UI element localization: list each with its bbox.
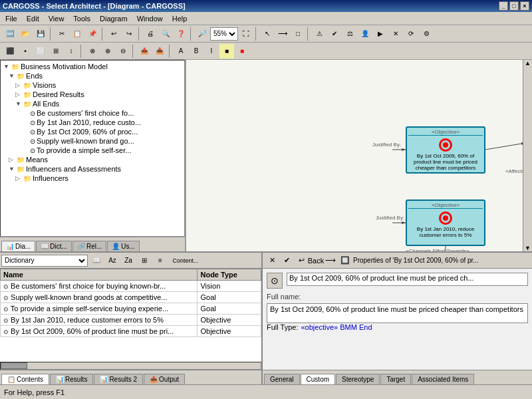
- tab-results2[interactable]: 📊 Results 2: [94, 374, 143, 384]
- menu-diagram[interactable]: Diagram: [96, 13, 132, 24]
- tab-contents[interactable]: 📋 Contents: [1, 374, 49, 384]
- filter-btn[interactable]: ⊞: [137, 253, 152, 268]
- fmt3[interactable]: I: [204, 44, 219, 59]
- close-button[interactable]: ×: [520, 1, 529, 11]
- table-row[interactable]: ⊙ Be customers' first choice for buying …: [1, 281, 261, 292]
- minimize-button[interactable]: _: [499, 1, 508, 11]
- menu-help[interactable]: Help: [168, 13, 192, 24]
- bl-scroll-thumb[interactable]: [1, 362, 27, 369]
- prop-tab-custom[interactable]: Custom: [301, 374, 335, 384]
- color2[interactable]: ■: [235, 44, 249, 59]
- tree-means[interactable]: ▷ 📁 Means: [2, 155, 183, 164]
- tree-ends[interactable]: ▼ 📁 Ends: [2, 71, 183, 80]
- tree-item2[interactable]: ▷ ⊙ By 1st Jan 2010, reduce custo...: [2, 118, 183, 127]
- color1[interactable]: ■: [219, 44, 234, 59]
- new-button[interactable]: 🆕: [3, 27, 17, 41]
- tree-item1[interactable]: ▷ ⊙ Be customers' first choice fo...: [2, 108, 183, 118]
- tab-results[interactable]: 📊 Results: [50, 374, 93, 384]
- paste-button[interactable]: 📌: [85, 27, 100, 41]
- prop-name-input[interactable]: By 1st Oct 2009, 60% of product line mus…: [287, 273, 528, 286]
- scroll-down[interactable]: ▼: [525, 245, 531, 251]
- tab-output[interactable]: 📤 Output: [144, 374, 185, 384]
- dict-table[interactable]: Name Node Type ⊙ Be customers' first cho…: [0, 269, 261, 362]
- fmt1[interactable]: A: [174, 44, 188, 59]
- tab-dict[interactable]: 📖 Dict...: [36, 241, 72, 251]
- arrow-btn[interactable]: ↕: [64, 44, 78, 59]
- tree-item4[interactable]: ▷ ⊙ Supply well-known brand go...: [2, 136, 183, 146]
- ungroup-btn[interactable]: ⊖: [116, 44, 130, 59]
- redo-button[interactable]: ↪: [122, 27, 136, 41]
- menu-file[interactable]: File: [1, 13, 21, 24]
- zoom-in-button[interactable]: 🔎: [195, 27, 209, 41]
- open-button[interactable]: 📂: [18, 27, 33, 41]
- maximize-button[interactable]: □: [509, 1, 519, 11]
- save-button[interactable]: 💾: [33, 27, 48, 41]
- tree-desired[interactable]: ▷ 📁 Desired Results: [2, 90, 183, 99]
- sort-desc-btn[interactable]: Za: [121, 253, 136, 268]
- dict-icon-btn[interactable]: 📖: [89, 253, 104, 268]
- tree-visions[interactable]: ▷ 📁 Visions: [2, 80, 183, 90]
- diagram-vscroll[interactable]: ▲ ▼: [523, 60, 532, 251]
- content-btn[interactable]: Content...: [169, 253, 202, 268]
- back-button[interactable]: Back: [309, 254, 323, 267]
- connect-tool[interactable]: ⟶: [275, 27, 290, 41]
- export-btn[interactable]: 📤: [137, 44, 152, 59]
- tab-rel[interactable]: 🔗 Rel...: [72, 241, 106, 251]
- print-button[interactable]: 🖨: [143, 27, 158, 41]
- confirm-btn[interactable]: ✔: [280, 254, 293, 267]
- misc1[interactable]: ✕: [388, 27, 403, 41]
- layer-btn[interactable]: ⊗: [85, 44, 100, 59]
- tree-item3[interactable]: ▷ ⊙ By 1st Oct 2009, 60% of proc...: [2, 127, 183, 136]
- prop-tab-general[interactable]: General: [264, 374, 300, 384]
- misc2[interactable]: ⟳: [404, 27, 418, 41]
- diag-obj1[interactable]: «Objective» By 1st Oct 2009, 60% of prod…: [406, 126, 485, 174]
- align-center[interactable]: ▪: [18, 44, 33, 59]
- tree-influencers[interactable]: ▷ 📁 Influencers: [2, 174, 183, 183]
- pointer-tool[interactable]: ↖: [260, 27, 275, 41]
- cut-button[interactable]: ✂: [55, 27, 69, 41]
- table-row[interactable]: ⊙ Supply well-known brand goods at compe…: [1, 292, 261, 303]
- diag-obj2[interactable]: «Objective» By 1st Jan 2010, reduce cust…: [406, 200, 485, 246]
- grid-btn[interactable]: ⊞: [49, 44, 63, 59]
- tree-root[interactable]: ▼ 📁 Business Motivation Model: [2, 62, 183, 71]
- col-type[interactable]: Node Type: [198, 269, 261, 281]
- fmt2[interactable]: B: [189, 44, 203, 59]
- zoom-select[interactable]: 55% 75% 100%: [210, 27, 238, 41]
- group-btn[interactable]: ⊕: [100, 44, 115, 59]
- zoom-fit-button[interactable]: ⛶: [239, 27, 253, 41]
- table-row[interactable]: ⊙ By 1st Oct 2009, 60% of product line m…: [1, 326, 261, 337]
- align-right[interactable]: ⬜: [33, 44, 48, 59]
- close-prop-btn[interactable]: ✕: [265, 254, 279, 267]
- table-row[interactable]: ⊙ To provide a simple self-service buyin…: [1, 303, 261, 315]
- tree-area[interactable]: ▼ 📁 Business Motivation Model ▼ 📁 Ends ▷…: [0, 60, 185, 237]
- import-btn[interactable]: 📥: [152, 44, 167, 59]
- tree-item5[interactable]: ▷ ⊙ To provide a simple self-ser...: [2, 146, 183, 155]
- tab-diagram[interactable]: 📊 Dia...: [1, 241, 35, 251]
- sort-asc-btn[interactable]: Az: [105, 253, 120, 268]
- dict-dropdown[interactable]: Dictionary: [1, 255, 88, 267]
- menu-tools[interactable]: Tools: [69, 13, 94, 24]
- help-icon[interactable]: ❓: [174, 27, 188, 41]
- menu-window[interactable]: Window: [133, 13, 167, 24]
- col-name[interactable]: Name: [1, 269, 198, 281]
- menu-edit[interactable]: Edit: [23, 13, 43, 24]
- scroll-up[interactable]: ▲: [525, 60, 531, 66]
- menu-view[interactable]: View: [45, 13, 68, 24]
- tree-allends[interactable]: ▼ 📁 All Ends: [2, 99, 183, 108]
- misc3[interactable]: ⚙: [419, 27, 434, 41]
- prop-tab-target[interactable]: Target: [380, 374, 411, 384]
- run-tb[interactable]: ▶: [373, 27, 388, 41]
- align-left[interactable]: ⬛: [3, 44, 17, 59]
- diagram-area[interactable]: «Affects Achievement Of» «Identifies» «C…: [186, 60, 532, 251]
- forward-button[interactable]: ⟶: [324, 254, 337, 267]
- tree-influence[interactable]: ▼ 📁 Influencers and Assessments: [2, 164, 183, 174]
- grid-view-btn[interactable]: ≡: [153, 253, 168, 268]
- tab-us[interactable]: 👤 Us...: [107, 241, 140, 251]
- copy-button[interactable]: 📋: [70, 27, 84, 41]
- prop-tab-assoc[interactable]: Associated Items: [412, 374, 474, 384]
- bl-hscroll[interactable]: [0, 362, 261, 370]
- undo-button[interactable]: ↩: [106, 27, 121, 41]
- find-button[interactable]: 🔍: [158, 27, 173, 41]
- shape-tool[interactable]: □: [291, 27, 305, 41]
- prop-tab-stereotype[interactable]: Stereotype: [336, 374, 380, 384]
